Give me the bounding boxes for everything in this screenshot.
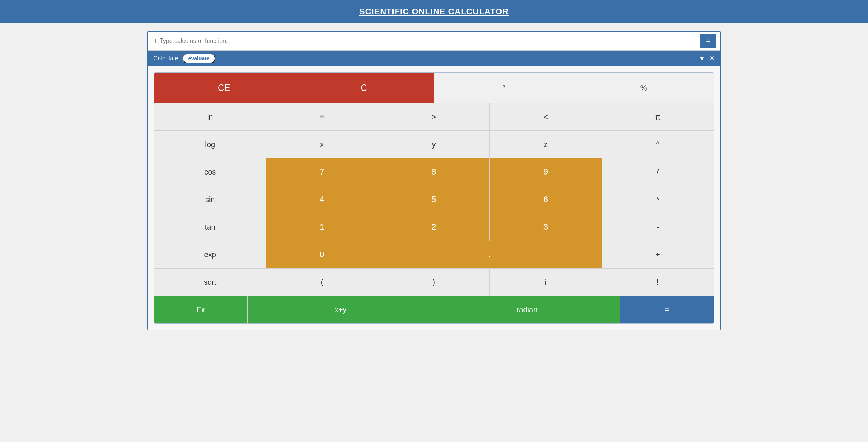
plus-button[interactable]: + — [602, 241, 714, 268]
calc-input[interactable] — [160, 38, 700, 45]
i-button[interactable]: i — [490, 269, 602, 296]
app-title: SCIENTIFIC ONLINE CALCULATOR — [359, 7, 509, 16]
y-button[interactable]: y — [378, 131, 490, 158]
exp-button[interactable]: exp — [154, 241, 266, 268]
row-4: cos 7 8 9 / — [154, 158, 714, 186]
calculate-label: Calculate — [153, 55, 179, 62]
percent-button[interactable]: % — [574, 73, 714, 103]
row-5: sin 4 5 6 * — [154, 186, 714, 213]
ln-button[interactable]: ln — [154, 103, 266, 130]
equal-button[interactable]: = — [266, 103, 378, 130]
4-button[interactable]: 4 — [266, 186, 378, 213]
dot-button[interactable]: . — [378, 241, 602, 268]
5-button[interactable]: 5 — [378, 186, 490, 213]
1-button[interactable]: 1 — [266, 213, 378, 241]
lt-button[interactable]: < — [490, 103, 602, 130]
row-6: tan 1 2 3 - — [154, 213, 714, 241]
full-grid: CE C ² % ln = > < π log x y z ^ — [154, 72, 714, 324]
xplusy-button[interactable]: x+y — [248, 296, 434, 323]
8-button[interactable]: 8 — [378, 158, 490, 186]
equals-button[interactable]: = — [620, 296, 714, 323]
row-1: CE C ² % — [154, 73, 714, 103]
gt-button[interactable]: > — [378, 103, 490, 130]
ce-button[interactable]: CE — [154, 73, 294, 103]
equals-top-button[interactable]: = — [700, 34, 716, 48]
fx-button[interactable]: Fx — [154, 296, 248, 323]
dropdown-button[interactable]: ▼ — [699, 55, 705, 63]
squared-button[interactable]: ² — [434, 73, 574, 103]
row-7: exp 0 . + — [154, 241, 714, 269]
2-button[interactable]: 2 — [378, 213, 490, 241]
calc-body: CE C ² % ln = > < π log x y z ^ — [148, 66, 720, 330]
calculator-wrapper: □ = Calculate evaluate ▼ ✕ CE C ² % ln =… — [147, 31, 721, 330]
9-button[interactable]: 9 — [490, 158, 602, 186]
z-button[interactable]: z — [490, 131, 602, 158]
pi-button[interactable]: π — [602, 103, 714, 130]
factorial-button[interactable]: ! — [602, 269, 714, 296]
radian-button[interactable]: radian — [434, 296, 620, 323]
7-button[interactable]: 7 — [266, 158, 378, 186]
open-paren-button[interactable]: ( — [266, 269, 378, 296]
0-button[interactable]: 0 — [266, 241, 378, 268]
calc-bar: Calculate evaluate ▼ ✕ — [148, 51, 720, 66]
minus-button[interactable]: - — [602, 213, 714, 241]
tan-button[interactable]: tan — [154, 213, 266, 241]
evaluate-button[interactable]: evaluate — [182, 54, 215, 63]
multiply-button[interactable]: * — [602, 186, 714, 213]
row-3: log x y z ^ — [154, 131, 714, 158]
close-button[interactable]: ✕ — [709, 54, 715, 63]
row-8: sqrt ( ) i ! — [154, 269, 714, 296]
input-bar: □ = — [148, 32, 720, 51]
close-paren-button[interactable]: ) — [378, 269, 490, 296]
log-button[interactable]: log — [154, 131, 266, 158]
divide-button[interactable]: / — [602, 158, 714, 186]
mobile-icon[interactable]: □ — [152, 37, 156, 45]
sqrt-button[interactable]: sqrt — [154, 269, 266, 296]
row-2: ln = > < π — [154, 103, 714, 131]
app-header: SCIENTIFIC ONLINE CALCULATOR — [0, 0, 868, 23]
caret-button[interactable]: ^ — [602, 131, 714, 158]
cos-button[interactable]: cos — [154, 158, 266, 186]
6-button[interactable]: 6 — [490, 186, 602, 213]
row-9: Fx x+y radian = — [154, 296, 714, 323]
c-button[interactable]: C — [294, 73, 434, 103]
sin-button[interactable]: sin — [154, 186, 266, 213]
3-button[interactable]: 3 — [490, 213, 602, 241]
x-button[interactable]: x — [266, 131, 378, 158]
